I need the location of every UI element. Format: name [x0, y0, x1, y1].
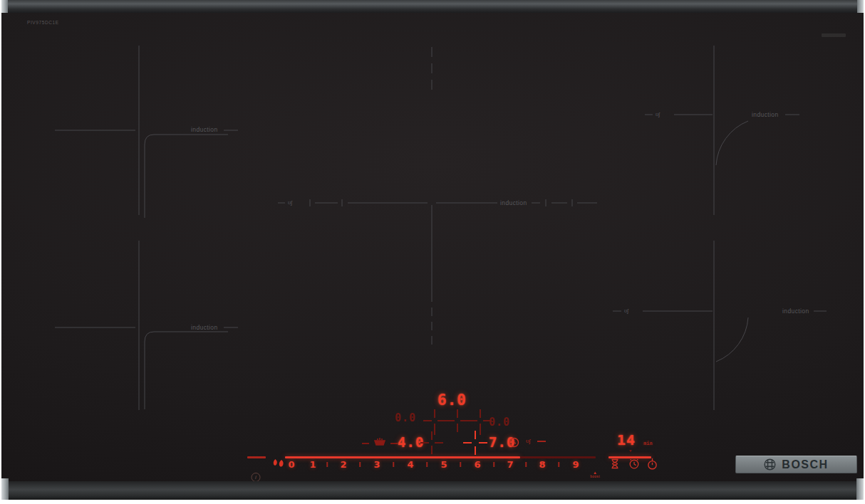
timer-unit-label: min — [643, 441, 653, 446]
power-slider-track-active[interactable] — [285, 456, 520, 458]
zone-label: induction — [782, 308, 809, 315]
slider-tick[interactable] — [359, 462, 361, 467]
power-on-off-icon[interactable] — [647, 458, 658, 470]
power-level-key[interactable]: 9 — [572, 459, 579, 470]
power-level-key[interactable]: 6 — [474, 459, 480, 470]
power-level-key[interactable]: 2 — [340, 459, 346, 470]
timer-caret-icon: ▾ — [628, 447, 633, 454]
bottom-trim — [1, 481, 864, 500]
flex-zone-mark-icon: ʊʃ — [288, 200, 292, 206]
power-level-key[interactable]: 1 — [309, 459, 316, 470]
flex-zone-mark-icon: ʊʃ — [624, 308, 628, 314]
trim-cap — [1, 478, 9, 500]
top-trim — [1, 0, 864, 13]
flex-left-power-display: 0.0 — [395, 411, 416, 424]
brand-label: BOSCH — [782, 458, 828, 471]
slider-tick[interactable] — [393, 462, 394, 467]
flex-zone-mark-icon: ʊʃ — [656, 112, 660, 117]
flex-zone-mark-icon: ʊʃ — [526, 439, 530, 444]
slider-tick[interactable] — [460, 462, 461, 467]
frying-sensor-line — [390, 443, 398, 444]
bosch-emblem-icon — [764, 458, 776, 471]
trim-cap — [857, 0, 864, 13]
selected-zone-cross-mark[interactable] — [463, 431, 487, 455]
power-level-key[interactable]: 4 — [407, 459, 413, 470]
power-level-key[interactable]: 8 — [539, 459, 545, 470]
zone-cross-mark[interactable] — [420, 431, 443, 454]
zone-label: induction — [500, 199, 527, 206]
slider-tick[interactable] — [558, 462, 559, 467]
zone-timer-clock-icon — [509, 437, 519, 448]
power-slider-track-inactive[interactable] — [520, 456, 596, 458]
flex-right-power-display: 0.0 — [489, 416, 510, 429]
frying-sensor-line — [362, 443, 369, 444]
glass-surface: PIV975DC1E — [1, 13, 864, 483]
power-level-key[interactable]: 0 — [288, 459, 294, 470]
zone-label: induction — [752, 111, 779, 118]
brand-badge: BOSCH — [735, 456, 857, 473]
boost-label: boost — [586, 475, 604, 478]
boost-key[interactable]: ▲ boost — [586, 471, 604, 478]
pan-pair-icon[interactable] — [273, 458, 288, 468]
induction-cooktop: PIV975DC1E — [0, 0, 865, 504]
trim-cap — [856, 478, 864, 500]
track-segment — [247, 456, 266, 458]
slider-tick[interactable] — [525, 462, 527, 467]
frying-sensor-icon[interactable] — [372, 436, 388, 446]
center-zone-power-display: 6.0 — [437, 392, 467, 409]
power-level-key[interactable]: 3 — [373, 459, 380, 470]
zone-cross-mark[interactable] — [446, 409, 469, 432]
timer-value-display: 14 — [617, 431, 636, 448]
slider-tick[interactable] — [326, 462, 328, 467]
slider-tick[interactable] — [493, 462, 494, 467]
cooktop-body: PIV975DC1E — [1, 0, 864, 500]
kitchen-timer-hourglass-icon[interactable] — [611, 458, 619, 469]
power-level-key[interactable]: 5 — [440, 459, 447, 470]
slider-tick[interactable] — [426, 462, 428, 467]
timer-clock-icon[interactable] — [628, 458, 640, 469]
zone-label: induction — [191, 324, 218, 331]
zone-label: induction — [191, 126, 218, 133]
power-level-key[interactable]: 7 — [507, 459, 513, 470]
trim-cap — [1, 0, 8, 13]
flex-mark-line — [537, 441, 546, 442]
